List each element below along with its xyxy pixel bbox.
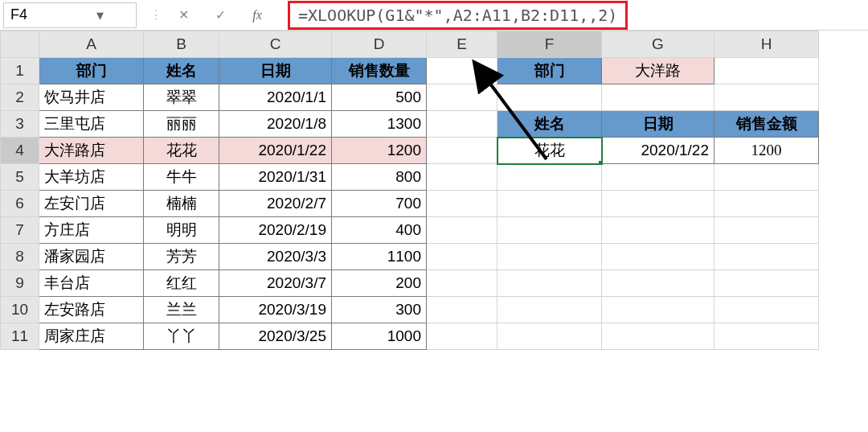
cell-D9[interactable]: 200	[332, 270, 427, 297]
row-header-10[interactable]: 10	[1, 297, 39, 323]
cell-F5[interactable]	[497, 164, 602, 191]
cell-A11[interactable]: 周家庄店	[39, 323, 144, 350]
cell-B6[interactable]: 楠楠	[144, 191, 219, 217]
cell-C1[interactable]: 日期	[219, 58, 332, 84]
cell-C4[interactable]: 2020/1/22	[219, 138, 332, 164]
name-box[interactable]: F4 ▾	[3, 2, 137, 28]
cell-H3[interactable]: 销售金额	[714, 111, 819, 138]
cell-C5[interactable]: 2020/1/31	[219, 164, 332, 191]
cell-F2[interactable]	[497, 84, 602, 111]
row-header-9[interactable]: 9	[1, 270, 39, 297]
cell-F6[interactable]	[497, 191, 602, 217]
cell-B10[interactable]: 兰兰	[144, 297, 219, 323]
cell-H4[interactable]: 1200	[714, 138, 819, 164]
cell-B11[interactable]: 丫丫	[144, 323, 219, 350]
cell-D1[interactable]: 销售数量	[332, 58, 427, 84]
cell-C3[interactable]: 2020/1/8	[219, 111, 332, 138]
cell-C10[interactable]: 2020/3/19	[219, 297, 332, 323]
cell-A1[interactable]: 部门	[39, 58, 144, 84]
col-header-A[interactable]: A	[39, 31, 144, 58]
cell-D4[interactable]: 1200	[332, 138, 427, 164]
cell-E7[interactable]	[427, 217, 497, 244]
cell-F7[interactable]	[497, 217, 602, 244]
cell-D7[interactable]: 400	[332, 217, 427, 244]
cell-E10[interactable]	[427, 297, 497, 323]
cell-D6[interactable]: 700	[332, 191, 427, 217]
cell-H9[interactable]	[714, 270, 819, 297]
col-header-F[interactable]: F	[497, 31, 602, 58]
row-header-8[interactable]: 8	[1, 244, 39, 270]
cell-B5[interactable]: 牛牛	[144, 164, 219, 191]
cell-H2[interactable]	[714, 84, 819, 111]
cell-D5[interactable]: 800	[332, 164, 427, 191]
dropdown-icon[interactable]: ▾	[70, 10, 129, 20]
fx-icon[interactable]: fx	[249, 7, 265, 23]
col-header-D[interactable]: D	[332, 31, 427, 58]
cell-G4[interactable]: 2020/1/22	[602, 138, 714, 164]
cell-F9[interactable]	[497, 270, 602, 297]
cell-E2[interactable]	[427, 84, 497, 111]
cell-C7[interactable]: 2020/2/19	[219, 217, 332, 244]
cell-E3[interactable]	[427, 111, 497, 138]
cell-A8[interactable]: 潘家园店	[39, 244, 144, 270]
cell-H11[interactable]	[714, 323, 819, 350]
cell-A3[interactable]: 三里屯店	[39, 111, 144, 138]
cell-G10[interactable]	[602, 297, 714, 323]
cell-A4[interactable]: 大洋路店	[39, 138, 144, 164]
cell-F1[interactable]: 部门	[497, 58, 602, 84]
cell-H10[interactable]	[714, 297, 819, 323]
row-header-6[interactable]: 6	[1, 191, 39, 217]
cell-G8[interactable]	[602, 244, 714, 270]
cell-F4-active[interactable]: 花花	[497, 138, 602, 164]
col-header-H[interactable]: H	[714, 31, 819, 58]
cell-E1[interactable]	[427, 58, 497, 84]
cell-G7[interactable]	[602, 217, 714, 244]
cell-H7[interactable]	[714, 217, 819, 244]
cell-G5[interactable]	[602, 164, 714, 191]
cell-B8[interactable]: 芳芳	[144, 244, 219, 270]
cell-B2[interactable]: 翠翠	[144, 84, 219, 111]
cell-C2[interactable]: 2020/1/1	[219, 84, 332, 111]
cell-E9[interactable]	[427, 270, 497, 297]
cell-D10[interactable]: 300	[332, 297, 427, 323]
cell-E5[interactable]	[427, 164, 497, 191]
row-header-3[interactable]: 3	[1, 111, 39, 138]
cell-A6[interactable]: 左安门店	[39, 191, 144, 217]
cancel-icon[interactable]: ✕	[175, 7, 191, 23]
confirm-icon[interactable]: ✓	[212, 7, 228, 23]
cell-G9[interactable]	[602, 270, 714, 297]
cell-E11[interactable]	[427, 323, 497, 350]
cell-A9[interactable]: 丰台店	[39, 270, 144, 297]
cell-H6[interactable]	[714, 191, 819, 217]
cell-D2[interactable]: 500	[332, 84, 427, 111]
cell-F10[interactable]	[497, 297, 602, 323]
cell-C9[interactable]: 2020/3/7	[219, 270, 332, 297]
cell-B4[interactable]: 花花	[144, 138, 219, 164]
col-header-E[interactable]: E	[427, 31, 497, 58]
cell-A7[interactable]: 方庄店	[39, 217, 144, 244]
cell-D3[interactable]: 1300	[332, 111, 427, 138]
cell-G2[interactable]	[602, 84, 714, 111]
cell-D8[interactable]: 1100	[332, 244, 427, 270]
cell-B9[interactable]: 红红	[144, 270, 219, 297]
row-header-11[interactable]: 11	[1, 323, 39, 350]
row-header-7[interactable]: 7	[1, 217, 39, 244]
select-all-corner[interactable]	[1, 31, 39, 58]
cell-H5[interactable]	[714, 164, 819, 191]
row-header-4[interactable]: 4	[1, 138, 39, 164]
cell-F8[interactable]	[497, 244, 602, 270]
cell-C6[interactable]: 2020/2/7	[219, 191, 332, 217]
cell-G6[interactable]	[602, 191, 714, 217]
row-header-2[interactable]: 2	[1, 84, 39, 111]
cell-C11[interactable]: 2020/3/25	[219, 323, 332, 350]
cell-A5[interactable]: 大羊坊店	[39, 164, 144, 191]
cell-C8[interactable]: 2020/3/3	[219, 244, 332, 270]
cell-E6[interactable]	[427, 191, 497, 217]
row-header-1[interactable]: 1	[1, 58, 39, 84]
cell-A2[interactable]: 饮马井店	[39, 84, 144, 111]
cell-B3[interactable]: 丽丽	[144, 111, 219, 138]
spreadsheet-grid[interactable]: A B C D E F G H 1 部门 姓名 日期 销售数量 部门 大洋路 2…	[0, 31, 868, 350]
cell-H1[interactable]	[714, 58, 819, 84]
cell-H8[interactable]	[714, 244, 819, 270]
col-header-G[interactable]: G	[602, 31, 714, 58]
